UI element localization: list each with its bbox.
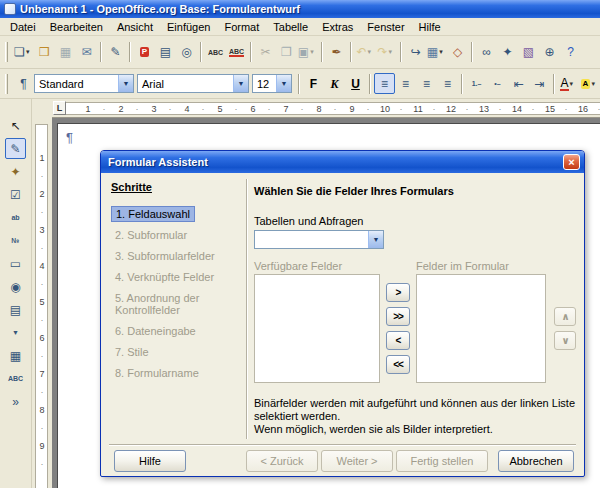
numbering-icon[interactable]: 1.– [466, 73, 487, 94]
cancel-button[interactable]: Abbrechen [498, 450, 574, 472]
move-all-right-button[interactable]: >> [386, 307, 410, 326]
available-fields-list[interactable] [254, 274, 380, 383]
finish-button[interactable]: Fertig stellen [396, 450, 488, 472]
wizard-step-4-verknuepfte-felder[interactable]: 4. Verknüpfte Felder [111, 269, 218, 285]
control-wizard-icon[interactable]: ✦ [5, 161, 26, 182]
list-box-icon[interactable]: ▤ [5, 299, 26, 320]
wizard-step-5-anordnung-der-kontrollfelder[interactable]: 5. Anordnung der Kontrollfelder [111, 290, 239, 318]
menu-tabelle[interactable]: Tabelle [266, 19, 315, 35]
tab-stop-selector[interactable]: L [53, 101, 66, 115]
redo-icon[interactable]: ↷▾ [376, 42, 397, 63]
chevron-down-icon[interactable]: ▼ [233, 75, 248, 92]
autospellcheck-icon[interactable]: ABC [226, 42, 247, 63]
move-down-button[interactable]: ∨ [554, 331, 576, 350]
table-dropdown-icon[interactable]: ▾ [439, 48, 446, 56]
vertical-ruler[interactable]: 1·2·3·4·5·6·7·8·9· [32, 118, 52, 488]
menu-einfuegen[interactable]: Einfügen [160, 19, 217, 35]
font-color-dropdown-icon[interactable]: ▾ [570, 80, 577, 88]
back-button[interactable]: < Zurück [246, 450, 318, 472]
spellcheck-icon[interactable]: ABC [205, 42, 226, 63]
move-left-button[interactable]: < [386, 331, 410, 350]
menu-fenster[interactable]: Fenster [360, 19, 411, 35]
wizard-step-8-formularname[interactable]: 8. Formularname [111, 365, 203, 381]
bullets-icon[interactable]: •– [487, 73, 508, 94]
highlighting-dropdown-icon[interactable]: ▾ [591, 80, 598, 88]
styles-panel-icon[interactable]: ¶ [13, 73, 34, 94]
menu-datei[interactable]: Datei [3, 19, 43, 35]
hyperlink-icon[interactable]: ↪ [405, 42, 426, 63]
cut-icon[interactable]: ✂ [255, 42, 276, 63]
text-box-icon[interactable]: ab [5, 207, 26, 228]
menu-ansicht[interactable]: Ansicht [110, 19, 160, 35]
menu-hilfe[interactable]: Hilfe [412, 19, 448, 35]
align-justify-icon[interactable]: ≡ [437, 73, 458, 94]
increase-indent-icon[interactable]: ⇥ [529, 73, 550, 94]
wizard-step-3-subformularfelder[interactable]: 3. Subformularfelder [111, 248, 219, 264]
option-button-icon[interactable]: ◉ [5, 276, 26, 297]
wizard-step-7-stile[interactable]: 7. Stile [111, 344, 153, 360]
chevron-down-icon[interactable]: ▼ [276, 75, 291, 92]
close-icon[interactable]: × [563, 154, 580, 170]
move-right-button[interactable]: > [386, 283, 410, 302]
menu-format[interactable]: Format [217, 19, 266, 35]
paste-dropdown-icon[interactable]: ▾ [310, 48, 317, 56]
wizard-step-6-dateneingabe[interactable]: 6. Dateneingabe [111, 323, 200, 339]
chevron-down-icon[interactable]: ▼ [368, 231, 383, 248]
design-mode-icon[interactable]: ✎ [5, 138, 26, 159]
more-controls-icon[interactable]: » [5, 391, 26, 412]
combo-box-icon[interactable]: ▼ [5, 322, 26, 343]
save-icon[interactable]: ▦ [55, 42, 76, 63]
align-right-icon[interactable]: ≡ [416, 73, 437, 94]
table-control-icon[interactable]: ▦ [5, 345, 26, 366]
align-center-icon[interactable]: ≡ [395, 73, 416, 94]
toolbar-grip[interactable] [5, 74, 8, 94]
new-document-icon[interactable]: ❏▾ [13, 42, 34, 63]
undo-dropdown-icon[interactable]: ▾ [368, 48, 375, 56]
form-fields-list[interactable] [416, 274, 546, 383]
font-color-icon[interactable]: A▾ [558, 73, 579, 94]
wizard-step-2-subformular[interactable]: 2. Subformular [111, 227, 191, 243]
font-size-combo[interactable]: 12▼ [252, 74, 292, 93]
redo-dropdown-icon[interactable]: ▾ [389, 48, 396, 56]
dialog-titlebar[interactable]: Formular Assistent × [101, 151, 584, 173]
paste-icon[interactable]: ▣▾ [297, 42, 318, 63]
move-all-left-button[interactable]: << [386, 355, 410, 374]
gallery-icon[interactable]: ▧ [518, 42, 539, 63]
underline-button[interactable]: U [345, 73, 366, 94]
table-icon[interactable]: ▦▾ [426, 42, 447, 63]
page-preview-icon[interactable]: ◎ [176, 42, 197, 63]
copy-icon[interactable]: ❐ [276, 42, 297, 63]
chevron-down-icon[interactable]: ▼ [118, 75, 133, 92]
zoom-icon[interactable]: ⊕ [539, 42, 560, 63]
draw-functions-icon[interactable]: ◇ [447, 42, 468, 63]
push-button-icon[interactable]: ▭ [5, 253, 26, 274]
select-pointer-icon[interactable]: ↖ [5, 115, 26, 136]
new-document-dropdown-icon[interactable]: ▾ [26, 48, 33, 56]
paragraph-style-combo[interactable]: Standard▼ [34, 74, 134, 93]
navigator-icon[interactable]: ✦ [497, 42, 518, 63]
menu-extras[interactable]: Extras [315, 19, 360, 35]
decrease-indent-icon[interactable]: ⇤ [508, 73, 529, 94]
toolbar-grip[interactable] [5, 42, 8, 62]
open-icon[interactable]: ❒ [34, 42, 55, 63]
help-button[interactable]: Hilfe [114, 450, 186, 472]
print-icon[interactable]: ▤ [155, 42, 176, 63]
edit-file-icon[interactable]: ✎ [105, 42, 126, 63]
bold-button[interactable]: F [303, 73, 324, 94]
italic-button[interactable]: K [324, 73, 345, 94]
undo-icon[interactable]: ↶▾ [355, 42, 376, 63]
horizontal-ruler[interactable]: 1·2·3·4·5·6·7·8·9·10·11·12·13·14·15·16· [52, 99, 600, 118]
wizard-step-1-feldauswahl[interactable]: 1. Feldauswahl [111, 206, 195, 222]
align-left-icon[interactable]: ≡ [374, 73, 395, 94]
menu-bearbeiten[interactable]: Bearbeiten [43, 19, 110, 35]
move-up-button[interactable]: ∧ [554, 307, 576, 326]
highlighting-icon[interactable]: A▾ [579, 73, 600, 94]
next-button[interactable]: Weiter > [321, 450, 393, 472]
window-titlebar[interactable]: Unbenannt 1 - OpenOffice.org Base: Formu… [0, 0, 600, 18]
format-paintbrush-icon[interactable]: ✒ [326, 42, 347, 63]
help-icon[interactable]: ? [560, 42, 581, 63]
label-field-icon[interactable]: ABC [5, 368, 26, 389]
font-name-combo[interactable]: Arial▼ [137, 74, 249, 93]
tables-queries-combo[interactable]: ▼ [254, 230, 384, 249]
check-box-icon[interactable]: ☑ [5, 184, 26, 205]
